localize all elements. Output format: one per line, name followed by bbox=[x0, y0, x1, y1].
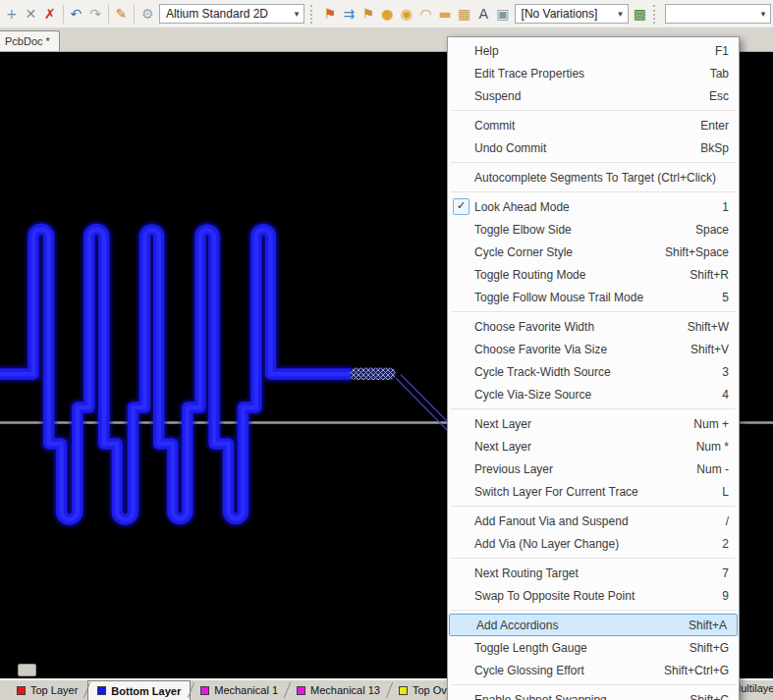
menu-separator bbox=[451, 684, 736, 685]
menu-item-shortcut: Shift+A bbox=[689, 619, 727, 632]
layer-tab-label: Mechanical 13 bbox=[310, 684, 380, 696]
menu-item-help[interactable]: HelpF1 bbox=[448, 39, 739, 62]
menu-separator bbox=[451, 162, 736, 163]
menu-item-cycle-corner-style[interactable]: Cycle Corner StyleShift+Space bbox=[448, 241, 739, 263]
menu-item-undo-commit[interactable]: Undo CommitBkSp bbox=[448, 136, 739, 159]
horizontal-scrollbar-thumb[interactable] bbox=[18, 664, 36, 676]
menu-item-label: Cycle Corner Style bbox=[474, 245, 655, 259]
menu-item-choose-favorite-width[interactable]: Choose Favorite WidthShift+W bbox=[448, 315, 739, 338]
layer-tab-mechanical-1[interactable]: Mechanical 1 bbox=[192, 680, 287, 700]
view-configuration-dropdown[interactable]: Altium Standard 2D▾ bbox=[159, 4, 304, 24]
menu-item-label: Toggle Length Gauge bbox=[474, 641, 680, 655]
layer-tab-bottom-layer[interactable]: Bottom Layer bbox=[87, 680, 191, 700]
fill-icon[interactable]: ▬ bbox=[435, 3, 455, 25]
menu-item-toggle-length-gauge[interactable]: Toggle Length GaugeShift+G bbox=[448, 636, 739, 659]
menu-item-cycle-via-size-source[interactable]: Cycle Via-Size Source4 bbox=[448, 383, 739, 405]
menu-item-edit-trace-properties[interactable]: Edit Trace PropertiesTab bbox=[448, 62, 739, 84]
toolbar-separator bbox=[108, 5, 109, 24]
pad-icon[interactable]: ● bbox=[378, 3, 398, 25]
break-track-icon[interactable]: ✕ bbox=[22, 3, 41, 25]
menu-item-label: Choose Favorite Via Size bbox=[474, 343, 681, 356]
layer-tab-label: Top Layer bbox=[30, 684, 78, 696]
menu-separator bbox=[451, 110, 736, 111]
toolbar-grip bbox=[653, 5, 659, 24]
menu-item-enable-subnet-swapping[interactable]: Enable Subnet SwappingShift+C bbox=[448, 688, 739, 700]
pad-array-icon[interactable]: ▦ bbox=[455, 3, 474, 25]
fanout-icon[interactable]: ⇉ bbox=[340, 3, 359, 25]
chevron-down-icon[interactable]: ▾ bbox=[290, 9, 304, 19]
menu-item-label: Toggle Follow Mouse Trail Mode bbox=[474, 291, 712, 304]
menu-item-next-layer[interactable]: Next LayerNum * bbox=[448, 435, 739, 458]
menu-item-label: Enable Subnet Swapping bbox=[474, 693, 680, 700]
menu-item-shortcut: 1 bbox=[722, 200, 729, 214]
menu-item-shortcut: Shift+G bbox=[690, 641, 729, 655]
layer-tab-top-layer[interactable]: Top Layer bbox=[8, 680, 86, 700]
menu-item-label: Cycle Track-Width Source bbox=[474, 365, 712, 379]
menu-item-label: Undo Commit bbox=[474, 141, 690, 155]
menu-item-next-routing-target[interactable]: Next Routing Target7 bbox=[448, 562, 739, 584]
menu-item-label: Cycle Via-Size Source bbox=[474, 388, 712, 402]
menu-item-next-layer[interactable]: Next LayerNum + bbox=[448, 412, 739, 435]
origin-marker-icon[interactable]: + bbox=[2, 3, 22, 25]
toolbar-grip bbox=[310, 5, 316, 24]
document-tab[interactable]: PcbDoc * bbox=[0, 30, 60, 51]
menu-item-shortcut: 7 bbox=[722, 566, 729, 580]
menu-item-shortcut: Num * bbox=[696, 440, 729, 454]
delete-segment-icon[interactable]: ✗ bbox=[40, 3, 60, 25]
menu-item-label: Switch Layer For Current Trace bbox=[474, 485, 712, 499]
accordion-trace[interactable] bbox=[0, 229, 352, 519]
hatched-routing-segment[interactable] bbox=[350, 368, 396, 381]
menu-item-choose-favorite-via-size[interactable]: Choose Favorite Via SizeShift+V bbox=[448, 338, 739, 360]
menu-item-commit[interactable]: CommitEnter bbox=[448, 114, 739, 136]
menu-item-swap-to-opposite-route-point[interactable]: Swap To Opposite Route Point9 bbox=[448, 584, 739, 607]
arc-icon[interactable]: ◠ bbox=[416, 3, 436, 25]
variations-dropdown[interactable]: [No Variations]▾ bbox=[515, 4, 629, 24]
menu-item-label: Suspend bbox=[474, 89, 699, 103]
menu-item-shortcut: Esc bbox=[709, 89, 729, 103]
menu-item-toggle-follow-mouse-trail-mode[interactable]: Toggle Follow Mouse Trail Mode5 bbox=[448, 286, 739, 308]
menu-item-suspend[interactable]: SuspendEsc bbox=[448, 84, 739, 107]
gear-icon[interactable]: ⚙ bbox=[138, 3, 157, 25]
toolbar-separator bbox=[63, 5, 64, 24]
menu-item-cycle-glossing-effort[interactable]: Cycle Glossing EffortShift+Ctrl+G bbox=[448, 659, 739, 681]
menu-item-shortcut: Shift+W bbox=[688, 320, 729, 334]
menu-item-shortcut: Tab bbox=[710, 67, 729, 81]
menu-item-previous-layer[interactable]: Previous LayerNum - bbox=[448, 458, 739, 480]
menu-item-label: Toggle Elbow Side bbox=[474, 223, 686, 237]
menu-item-add-fanout-via-and-suspend[interactable]: Add Fanout Via and Suspend/ bbox=[448, 510, 739, 532]
menu-item-label: Edit Trace Properties bbox=[474, 67, 700, 81]
redo-icon[interactable]: ↷ bbox=[85, 3, 105, 25]
menu-separator bbox=[451, 191, 736, 192]
diff-pair-routing-icon[interactable]: ⚑ bbox=[359, 3, 378, 25]
menu-item-toggle-elbow-side[interactable]: Toggle Elbow SideSpace bbox=[448, 218, 739, 241]
menu-item-shortcut: Shift+Ctrl+G bbox=[664, 664, 729, 677]
menu-item-shortcut: Shift+R bbox=[690, 268, 729, 282]
menu-item-autocomplete-segments-to-target-ctrl-click[interactable]: Autocomplete Segments To Target (Ctrl+Cl… bbox=[448, 166, 739, 188]
menu-item-toggle-routing-mode[interactable]: Toggle Routing ModeShift+R bbox=[448, 263, 739, 286]
via-icon[interactable]: ◉ bbox=[397, 3, 416, 25]
menu-item-shortcut: Shift+C bbox=[690, 693, 729, 700]
main-toolbar: +✕✗↶↷✎⚙Altium Standard 2D▾⚑⇉⚑●◉◠▬▦A▣[No … bbox=[0, 0, 773, 28]
component-icon[interactable]: ▣ bbox=[493, 3, 513, 25]
chevron-down-icon[interactable]: ▾ bbox=[614, 9, 628, 19]
measure-pen-icon[interactable]: ✎ bbox=[112, 3, 132, 25]
menu-item-label: Help bbox=[474, 44, 705, 58]
menu-item-look-ahead-mode[interactable]: ✓Look Ahead Mode1 bbox=[448, 195, 739, 218]
variant-component-icon[interactable]: ▩ bbox=[631, 3, 650, 25]
extra-dropdown[interactable]: ▾ bbox=[665, 4, 771, 24]
menu-separator bbox=[451, 610, 736, 611]
chevron-down-icon[interactable]: ▾ bbox=[756, 9, 770, 19]
view-configuration-dropdown-value: Altium Standard 2D bbox=[166, 7, 290, 21]
undo-icon[interactable]: ↶ bbox=[67, 3, 86, 25]
menu-item-add-via-no-layer-change[interactable]: Add Via (No Layer Change)2 bbox=[448, 532, 739, 555]
menu-item-cycle-track-width-source[interactable]: Cycle Track-Width Source3 bbox=[448, 360, 739, 383]
layer-tab-mechanical-13[interactable]: Mechanical 13 bbox=[288, 680, 389, 700]
interactive-routing-icon[interactable]: ⚑ bbox=[320, 3, 340, 25]
menu-item-switch-layer-for-current-trace[interactable]: Switch Layer For Current TraceL bbox=[448, 480, 739, 503]
menu-item-label: Next Routing Target bbox=[474, 566, 712, 580]
menu-separator bbox=[451, 506, 736, 507]
string-text-icon[interactable]: A bbox=[473, 3, 493, 25]
menu-item-label: Next Layer bbox=[474, 440, 687, 454]
menu-item-add-accordions[interactable]: Add AccordionsShift+A bbox=[449, 614, 738, 636]
menu-item-shortcut: Shift+V bbox=[690, 343, 729, 356]
